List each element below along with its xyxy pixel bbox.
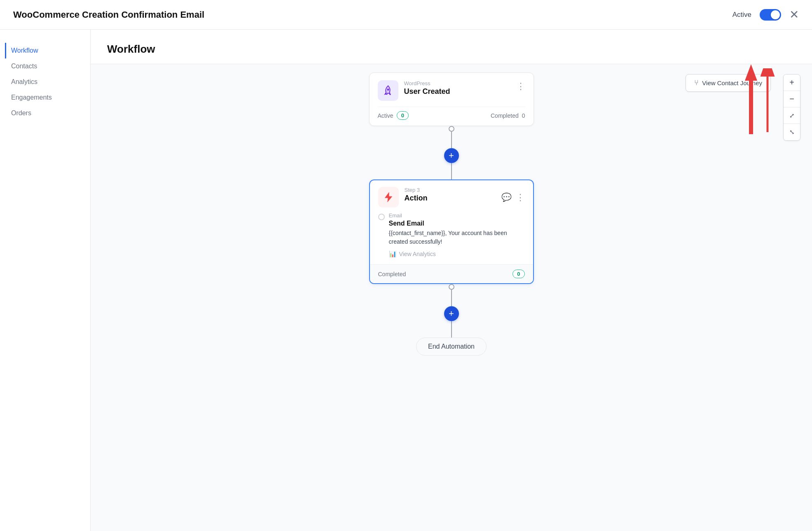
lightning-icon <box>383 191 394 203</box>
action-card-info: Step 3 Action <box>405 187 428 203</box>
trigger-card-info: WordPress User Created <box>404 80 450 96</box>
trigger-card-footer: Active 0 Completed 0 <box>378 107 525 120</box>
sidebar-item-orders[interactable]: Orders <box>5 105 80 121</box>
main-layout: Workflow Contacts Analytics Engagements … <box>0 30 812 531</box>
toggle-knob <box>771 10 780 19</box>
trigger-completed-count: 0 <box>522 112 525 119</box>
email-section: Email Send Email {{contact_first_name}},… <box>370 212 533 264</box>
action-card-header: Step 3 Action 💬 ⋮ <box>370 180 533 212</box>
active-label: Active <box>732 11 751 19</box>
action-completed-badge: 0 <box>512 270 524 278</box>
header: WooCommerce Creation Confirmation Email … <box>0 0 812 30</box>
action-icon-wrapper <box>378 187 399 207</box>
fit-screen-button[interactable]: ⤢ <box>784 107 800 124</box>
connector-line-2 <box>451 163 452 179</box>
email-label: Email <box>389 212 525 219</box>
connector-dot-2 <box>449 284 454 290</box>
add-step-button-1[interactable]: + <box>444 148 459 163</box>
expand-button[interactable]: ⤡ <box>784 124 800 140</box>
sidebar-item-contacts[interactable]: Contacts <box>5 58 80 74</box>
trigger-card[interactable]: WordPress User Created ⋮ Active 0 Comple… <box>369 72 534 126</box>
action-menu-button[interactable]: ⋮ <box>516 192 525 203</box>
workflow-canvas[interactable]: ⑂ View Contact Journey + − ⤢ ⤡ <box>91 64 812 531</box>
comment-button[interactable]: 💬 <box>501 192 512 202</box>
end-automation-button[interactable]: End Automation <box>416 338 487 356</box>
add-step-button-2[interactable]: + <box>444 306 459 321</box>
action-completed-stat: Completed <box>378 271 406 277</box>
sidebar: Workflow Contacts Analytics Engagements … <box>0 30 91 531</box>
view-analytics-link[interactable]: 📊 View Analytics <box>389 250 525 258</box>
close-button[interactable]: ✕ <box>789 9 799 21</box>
trigger-card-header: WordPress User Created ⋮ <box>378 80 525 101</box>
trigger-active-badge: 0 <box>397 111 409 120</box>
trigger-icon-wrapper <box>378 80 398 101</box>
vcj-icon: ⑂ <box>694 79 699 87</box>
email-body: {{contact_first_name}}, Your account has… <box>389 229 525 246</box>
trigger-event: User Created <box>404 87 450 96</box>
email-content: Email Send Email {{contact_first_name}},… <box>389 212 525 258</box>
active-toggle[interactable] <box>760 9 781 21</box>
email-dot <box>378 214 385 220</box>
canvas-area: Workflow ⑂ View Contact Journey + − ⤢ ⤡ <box>91 30 812 531</box>
email-row: Email Send Email {{contact_first_name}},… <box>378 212 525 258</box>
toggle-track[interactable] <box>760 9 781 21</box>
page-title: WooCommerce Creation Confirmation Email <box>13 9 204 20</box>
header-controls: Active ✕ <box>732 9 799 21</box>
canvas-header: Workflow <box>91 30 812 64</box>
connector-line-1 <box>451 132 452 148</box>
action-header-icons: 💬 ⋮ <box>501 191 525 203</box>
zoom-controls: + − ⤢ ⤡ <box>783 74 800 141</box>
trigger-menu-button[interactable]: ⋮ <box>516 81 525 92</box>
action-step-label: Step 3 <box>405 187 428 193</box>
zoom-in-button[interactable]: + <box>784 75 800 91</box>
view-contact-journey-button[interactable]: ⑂ View Contact Journey <box>686 74 771 92</box>
flow-container: WordPress User Created ⋮ Active 0 Comple… <box>365 72 538 356</box>
trigger-platform: WordPress <box>404 80 450 86</box>
trigger-completed-stat: Completed 0 <box>491 112 525 119</box>
rocket-icon <box>382 85 394 96</box>
zoom-out-button[interactable]: − <box>784 91 800 107</box>
trigger-active-stat: Active 0 <box>378 111 409 120</box>
sidebar-item-analytics[interactable]: Analytics <box>5 74 80 90</box>
send-email-title: Send Email <box>389 220 525 227</box>
action-card[interactable]: Step 3 Action 💬 ⋮ E <box>369 179 534 284</box>
action-title: Action <box>405 194 428 203</box>
connector-dot-1 <box>449 126 454 132</box>
sidebar-item-engagements[interactable]: Engagements <box>5 90 80 105</box>
connector-line-4 <box>451 321 452 338</box>
analytics-icon: 📊 <box>389 250 397 258</box>
canvas-title: Workflow <box>107 43 155 55</box>
action-card-footer: Completed 0 <box>370 264 533 283</box>
connector-line-3 <box>451 290 452 306</box>
sidebar-item-workflow[interactable]: Workflow <box>5 43 80 58</box>
svg-point-3 <box>387 88 389 91</box>
